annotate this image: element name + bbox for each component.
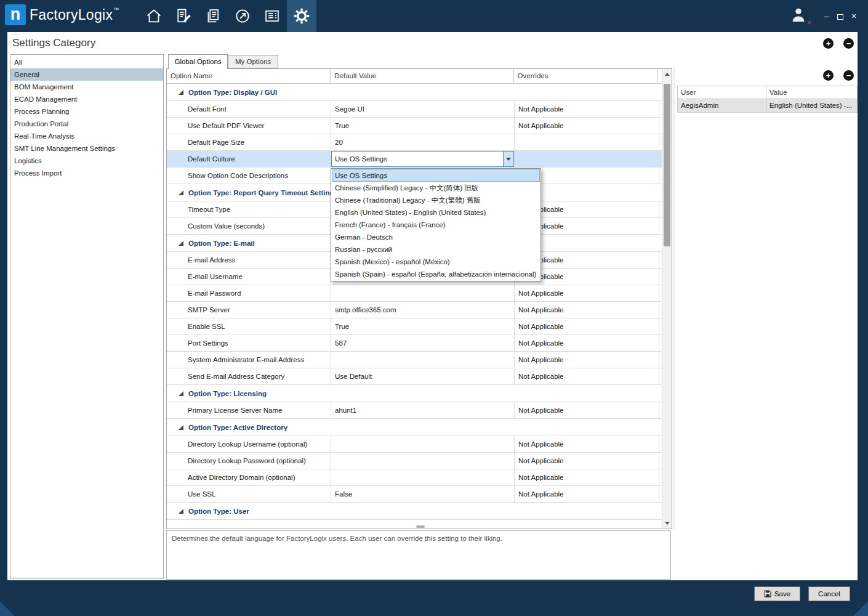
add-user-override-button[interactable]: + [823,70,834,81]
minimize-button[interactable]: – [820,0,834,32]
option-row-e-mail-password[interactable]: E-mail PasswordNot Applicable [167,285,662,302]
option-row-default-culture[interactable]: Default CultureUse OS Settings [167,151,662,168]
option-default-value[interactable]: False [331,486,515,502]
scrollbar-thumb[interactable] [664,84,670,246]
option-row-default-font[interactable]: Default FontSegoe UINot Applicable [167,101,662,118]
tab-global-options[interactable]: Global Options [168,54,228,69]
sidebar-item-production-portal[interactable]: Production Portal [10,118,163,130]
sidebar-item-logistics[interactable]: Logistics [10,155,163,167]
dropdown-item-chinese-simplified-leg[interactable]: Chinese (Simplified) Legacy - 中文(简体) 旧版 [332,182,540,194]
option-row-default-page-size[interactable]: Default Page Size20 [167,134,662,151]
horizontal-scrollbar-grip[interactable] [416,525,425,528]
tab-my-options[interactable]: My Options [228,55,278,68]
option-group-option-type-display-gui[interactable]: Option Type: Display / GUI [167,84,662,101]
option-name: SMTP Server [167,302,331,318]
option-default-value[interactable] [331,469,515,485]
collapse-arrow-icon[interactable] [179,90,183,95]
option-default-value[interactable]: Segoe UI [331,101,515,117]
option-default-value[interactable]: Use OS Settings [331,151,515,167]
option-default-value[interactable]: smtp.office365.com [331,302,515,318]
option-default-value[interactable] [331,352,515,368]
dropdown-item-french-france-fran-a[interactable]: French (France) - français (France) [332,219,540,231]
option-row-use-ssl[interactable]: Use SSLFalseNot Applicable [167,486,662,503]
home-icon [145,7,163,25]
user-override-row[interactable]: AegisAdminEnglish (United States) -... [677,99,858,113]
nav-production-button[interactable] [228,0,257,32]
column-header-default-value[interactable]: Default Value [331,69,513,83]
option-default-value[interactable] [331,436,515,452]
remove-user-override-button[interactable]: − [843,70,854,81]
scroll-up-button[interactable] [662,69,672,79]
option-default-value[interactable]: True [331,318,515,334]
save-button[interactable]: Save [754,586,800,601]
default-culture-combobox[interactable]: Use OS Settings [331,151,514,167]
settings-gear-icon [292,7,311,25]
trademark: ™ [113,7,119,13]
add-override-button[interactable]: + [823,38,834,49]
column-header-value[interactable]: Value [766,86,857,99]
column-header-option-name[interactable]: Option Name [167,69,331,83]
corner-accent-right [853,601,868,616]
option-row-primary-license-server-name[interactable]: Primary License Server Nameahunt1Not App… [167,402,662,419]
option-row-system-administrator-e-mail-address[interactable]: System Administrator E-mail AddressNot A… [167,352,662,368]
vertical-scrollbar[interactable] [662,69,672,529]
option-default-value[interactable] [331,285,515,301]
option-default-value[interactable] [331,453,515,469]
collapse-arrow-icon[interactable] [179,190,183,195]
logout-user-button[interactable]: × [789,6,810,26]
sidebar-item-process-planning[interactable]: Process Planning [10,105,163,118]
option-group-option-type-active-directory[interactable]: Option Type: Active Directory [167,419,662,436]
sidebar-item-smt-line-management-settings[interactable]: SMT Line Management Settings [10,142,163,155]
option-name: E-mail Password [167,285,331,301]
dropdown-item-russian[interactable]: Russian - русский [332,243,540,256]
sidebar-item-real-time-analysis[interactable]: Real-Time Analysis [10,130,163,142]
maximize-button[interactable] [834,0,847,32]
option-row-directory-lookup-password-optional[interactable]: Directory Lookup Password (optional)Not … [167,453,662,469]
option-default-value[interactable]: ahunt1 [331,402,515,418]
nav-home-button[interactable] [139,0,169,32]
column-header-user[interactable]: User [678,86,766,99]
close-button[interactable]: × [847,0,861,32]
dropdown-item-chinese-traditional-le[interactable]: Chinese (Traditional) Legacy - 中文(繁體) 舊版 [332,194,540,206]
option-row-enable-ssl[interactable]: Enable SSLTrueNot Applicable [167,318,662,335]
collapse-arrow-icon[interactable] [179,425,183,430]
option-override: Not Applicable [515,352,659,368]
option-default-value[interactable]: 587 [331,335,515,351]
option-description-box: Determines the default language for Fact… [166,530,671,580]
sidebar-item-bom-management[interactable]: BOM Management [10,81,163,93]
nav-settings-button[interactable] [287,0,316,32]
dropdown-item-use-os-settings[interactable]: Use OS Settings [332,169,540,182]
option-default-value[interactable]: 20 [331,134,515,150]
option-default-value[interactable]: True [331,118,515,134]
option-group-option-type-user[interactable]: Option Type: User [167,503,662,520]
column-header-overrides[interactable]: Overrides [514,69,658,83]
nav-materials-button[interactable] [198,0,228,32]
option-row-use-default-pdf-viewer[interactable]: Use Default PDF ViewerTrueNot Applicable [167,118,662,134]
option-row-send-e-mail-address-category[interactable]: Send E-mail Address CategoryUse DefaultN… [167,368,662,385]
collapse-arrow-icon[interactable] [179,391,183,396]
collapse-arrow-icon[interactable] [179,241,183,246]
collapse-arrow-icon[interactable] [179,509,183,514]
cancel-button[interactable]: Cancel [808,586,850,601]
option-default-value[interactable]: Use Default [331,368,515,384]
option-row-smtp-server[interactable]: SMTP Serversmtp.office365.comNot Applica… [167,302,662,318]
remove-override-button[interactable]: − [843,38,854,49]
option-name: Active Directory Domain (optional) [167,469,331,485]
dropdown-item-german-deutsch[interactable]: German - Deutsch [332,231,540,243]
option-row-port-settings[interactable]: Port Settings587Not Applicable [167,335,662,352]
combobox-dropdown-button[interactable] [503,152,513,166]
sidebar-item-general[interactable]: General [10,68,163,81]
option-group-option-type-licensing[interactable]: Option Type: Licensing [167,385,662,402]
option-row-directory-lookup-username-optional[interactable]: Directory Lookup Username (optional)Not … [167,436,662,453]
nav-engineering-button[interactable] [169,0,198,32]
dropdown-item-spanish-spain-espa-o[interactable]: Spanish (Spain) - español (España, alfab… [332,268,540,280]
option-row-active-directory-domain-optional[interactable]: Active Directory Domain (optional)Not Ap… [167,469,662,486]
sidebar-item-ecad-management[interactable]: ECAD Management [10,93,163,105]
sidebar-item-all[interactable]: All [10,56,163,68]
scroll-down-button[interactable] [662,518,672,529]
user-overrides-grid: User Value AegisAdminEnglish (United Sta… [677,86,858,113]
nav-reports-button[interactable] [257,0,287,32]
dropdown-item-english-united-states[interactable]: English (United States) - English (Unite… [332,206,540,219]
dropdown-item-spanish-mexico-espa[interactable]: Spanish (Mexico) - español (México) [332,256,540,268]
sidebar-item-process-import[interactable]: Process Import [10,167,163,179]
